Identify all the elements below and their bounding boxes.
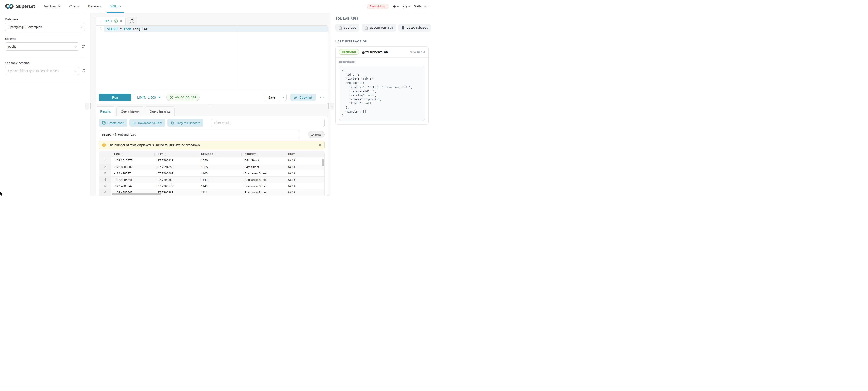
save-button[interactable]: Save [265, 94, 279, 101]
sql-keyword: from [124, 27, 131, 31]
table-cell: 1160 [198, 170, 241, 176]
sort-icon[interactable]: ▲▼ [257, 153, 259, 156]
save-split-button[interactable]: Save [265, 94, 287, 101]
sql-keyword: SELECT [107, 27, 118, 31]
close-warning-icon[interactable]: ✕ [318, 143, 321, 147]
refresh-schemas-button[interactable] [82, 45, 85, 48]
limit-dropdown[interactable]: LIMIT: 1 000 [137, 96, 161, 99]
sort-icon[interactable]: ▲▼ [297, 153, 298, 156]
sort-icon[interactable]: ▲▼ [165, 153, 166, 156]
table-cell: 04th Street [241, 157, 285, 164]
new-item-menu[interactable]: + [393, 4, 398, 9]
table-row: 2-122.390850237.7694259150504th StreetNU… [99, 164, 324, 170]
editor-tabs: ⋮ Tab 1 × [96, 17, 328, 26]
sql-code-editor[interactable]: 1 SELECT * from long_lat [96, 26, 328, 91]
sql-identifier: long_lat [131, 27, 148, 31]
nav-datasets[interactable]: Datasets [88, 0, 101, 13]
sql-keyword: from [115, 133, 122, 136]
table-cell: 04th Street [241, 164, 285, 170]
drag-handle-icon[interactable]: ⋮ [99, 19, 102, 23]
editor-tab-1[interactable]: ⋮ Tab 1 × [96, 17, 126, 26]
database-select[interactable]: postgresql examples [5, 23, 85, 31]
theme-menu[interactable] [403, 4, 410, 8]
sidebar-divider [5, 82, 85, 83]
sql-star: * [118, 27, 124, 31]
check-circle-icon [114, 19, 118, 23]
rows-limit-warning: ! The number of rows displayed is limite… [99, 141, 324, 150]
refresh-tables-button[interactable] [82, 69, 85, 73]
last-interaction-title: LAST INTERACTION [335, 40, 429, 43]
collapse-right-panel-button[interactable]: › [330, 103, 334, 110]
apis-panel-title: SQL LAB APIS [335, 17, 429, 20]
settings-menu[interactable]: Settings [414, 4, 429, 8]
sort-icon[interactable]: ▲▼ [122, 153, 123, 156]
run-button[interactable]: Run [99, 94, 131, 101]
file-cabinet-icon [401, 26, 405, 30]
create-chart-button[interactable]: Create chart [99, 119, 127, 127]
table-cell: NULL [285, 183, 324, 189]
nav-charts[interactable]: Charts [69, 0, 79, 13]
vertical-scrollbar[interactable] [322, 159, 323, 166]
table-cell: -122.3912672 [111, 157, 154, 164]
superset-logo[interactable]: Superset [5, 3, 35, 9]
main-nav: Dashboards Charts Datasets SQL [42, 0, 120, 13]
sql-keyword: SELECT [102, 133, 113, 136]
horizontal-scrollbar-thumb[interactable] [112, 193, 161, 195]
more-options-button[interactable]: ··· [320, 95, 325, 99]
table-cell: 37.7694259 [154, 164, 198, 170]
sort-icon[interactable]: ▲▼ [215, 153, 217, 156]
table-select[interactable]: Select table or type to search tables [5, 67, 79, 75]
results-tabs: Results Query history Query Insights [96, 106, 328, 116]
table-cell: -122.4285341 [111, 176, 154, 183]
horizontal-scrollbar[interactable] [112, 193, 321, 195]
get-databases-button[interactable]: getDatabases [398, 24, 431, 32]
tab-query-insights[interactable]: Query Insights [145, 106, 175, 116]
chevron-down-icon [74, 69, 77, 72]
sql-editor-main: ⋮ Tab 1 × [90, 13, 330, 195]
download-csv-button[interactable]: Download to CSV [129, 119, 165, 127]
chevron-down-icon [81, 26, 83, 28]
table-cell: -122.3908502 [111, 164, 154, 170]
mouse-cursor [0, 191, 4, 195]
warning-message: The number of rows displayed is limited … [108, 143, 201, 147]
add-tab-button[interactable] [127, 17, 137, 26]
nav-dashboards[interactable]: Dashboards [42, 0, 60, 13]
get-tabs-button[interactable]: getTabs [335, 24, 359, 32]
sql-lab-sidebar: Database postgresql examples Schema publ… [0, 13, 90, 195]
column-header-unit[interactable]: UNIT▲▼ [285, 152, 324, 157]
sql-statement: SELECT * from long_lat [104, 27, 328, 32]
caret-down-icon [158, 97, 161, 98]
results-table-header[interactable]: LON▲▼LAT▲▼NUMBER▲▼STREET▲▼UNIT▲▼ [99, 152, 324, 157]
column-header-street[interactable]: STREET▲▼ [241, 152, 285, 157]
column-header-lon[interactable]: LON▲▼ [111, 152, 154, 157]
copy-to-clipboard-button[interactable]: Copy to Clipboard [167, 119, 204, 127]
create-chart-label: Create chart [107, 121, 124, 125]
save-dropdown-caret[interactable] [279, 94, 286, 101]
table-cell: -122.4285247 [111, 183, 154, 189]
nav-sql[interactable]: SQL [110, 0, 120, 13]
chevron-down-icon [427, 5, 429, 7]
table-cell: 1505 [198, 164, 241, 170]
panel-resize-handle[interactable] [96, 104, 328, 106]
copy-link-button[interactable]: Copy link [290, 94, 316, 101]
close-tab-icon[interactable]: × [120, 19, 122, 23]
sql-star: * [113, 133, 115, 136]
get-databases-label: getDatabases [407, 26, 428, 29]
tab-query-history[interactable]: Query history [116, 106, 144, 116]
editor-toolbar: Run LIMIT: 1 000 00:00:00.189 [96, 91, 328, 104]
get-current-tab-button[interactable]: getCurrentTab [362, 24, 396, 32]
filter-results-input[interactable] [211, 119, 324, 127]
column-header-lat[interactable]: LAT▲▼ [154, 152, 198, 157]
row-number: 4 [99, 176, 111, 183]
results-table: LON▲▼LAT▲▼NUMBER▲▼STREET▲▼UNIT▲▼ 1-122.3… [99, 152, 324, 195]
collapse-sidebar-button[interactable]: ‹ [85, 103, 89, 110]
right-panel-resize-grabber[interactable] [329, 103, 329, 109]
tab-results[interactable]: Results [96, 106, 115, 116]
schema-label: Schema [5, 37, 85, 40]
results-grid: LON▲▼LAT▲▼NUMBER▲▼STREET▲▼UNIT▲▼ 1-122.3… [99, 151, 324, 195]
schema-select[interactable]: public [5, 42, 79, 51]
sidebar-resize-grabber[interactable] [90, 103, 91, 109]
last-interaction-card: COMMAND getCurrentTab 9:34:48 AM RESPONS… [335, 46, 429, 125]
column-header-number[interactable]: NUMBER▲▼ [198, 152, 241, 157]
table-cell: NULL [285, 157, 324, 164]
